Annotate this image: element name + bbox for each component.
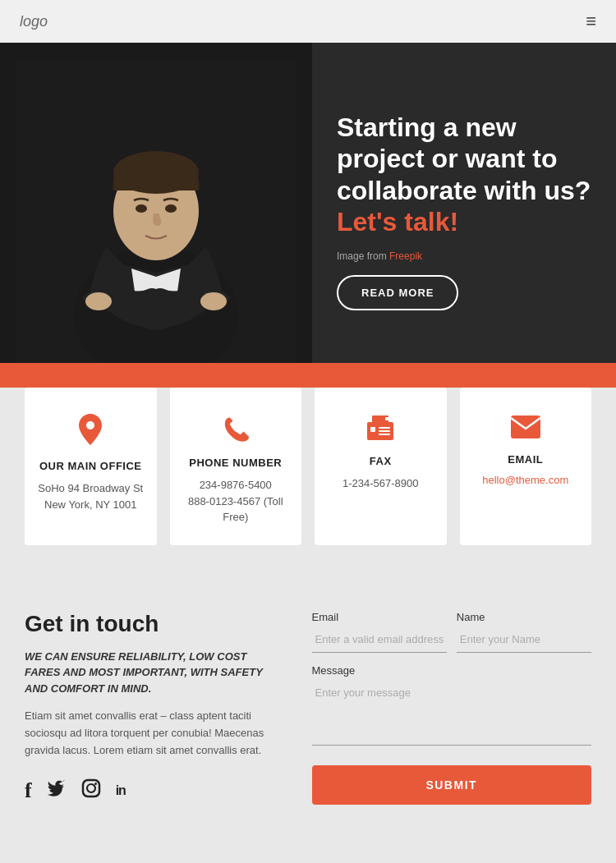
hero-title: Starting a new project or want to collab… [337,112,591,238]
card-email-link[interactable]: hello@theme.com [482,474,568,486]
contact-left: Get in touch WE CAN ENSURE RELIABILITY, … [25,611,279,805]
email-icon [509,412,542,445]
hero-person-svg [16,59,296,363]
hero-title-accent: Let's talk! [337,207,458,236]
phone-icon [220,412,251,448]
svg-rect-16 [511,415,540,438]
read-more-button[interactable]: READ MORE [337,275,458,310]
svg-point-18 [87,784,95,792]
hero-section: Starting a new project or want to collab… [0,43,616,363]
hero-image-area [0,43,312,363]
name-field-group: Name [457,611,591,653]
card-phone-title: PHONE NUMBER [189,457,282,469]
svg-point-19 [94,783,97,785]
svg-point-5 [136,204,147,213]
social-icons-row: f in [25,778,279,803]
svg-rect-12 [379,427,390,429]
name-input[interactable] [457,627,591,653]
svg-rect-14 [379,434,390,435]
message-label: Message [312,664,591,677]
submit-button[interactable]: SUBMIT [312,765,591,805]
card-phone-text: 234-9876-5400 888-0123-4567 (Toll Free) [183,477,289,526]
facebook-icon[interactable]: f [25,778,32,803]
svg-point-6 [165,204,177,213]
contact-inner: Get in touch WE CAN ENSURE RELIABILITY, … [25,611,591,805]
email-input[interactable] [312,627,447,653]
fax-icon [364,412,397,447]
message-textarea[interactable] [312,680,591,746]
card-office-title: OUR MAIN OFFICE [39,460,142,472]
cards-row: OUR MAIN OFFICE SoHo 94 Broadway St New … [25,388,591,545]
card-email: EMAIL hello@theme.com [460,388,592,545]
contact-body: Etiam sit amet convallis erat – class ap… [25,708,279,759]
bottom-spacer [0,854,616,864]
email-label: Email [312,611,447,623]
twitter-icon[interactable] [47,779,67,802]
svg-point-7 [85,292,112,310]
card-phone: PHONE NUMBER 234-9876-5400 888-0123-4567… [170,388,302,545]
svg-rect-13 [379,430,390,432]
hamburger-icon[interactable]: ≡ [586,11,596,32]
svg-rect-17 [83,780,99,796]
card-fax: FAX 1-234-567-8900 [315,388,447,545]
header: logo ≡ [0,0,616,43]
contact-tagline: WE CAN ENSURE RELIABILITY, LOW COST FARE… [25,649,279,697]
card-office-text: SoHo 94 Broadway St New York, NY 1001 [38,480,144,512]
contact-section: Get in touch WE CAN ENSURE RELIABILITY, … [0,578,616,854]
linkedin-icon[interactable]: in [116,783,126,798]
logo: logo [20,13,48,30]
instagram-icon[interactable] [81,778,101,803]
location-icon [76,412,105,452]
svg-rect-15 [385,417,390,420]
contact-right: Email Name Message SUBMIT [312,611,591,805]
card-office: OUR MAIN OFFICE SoHo 94 Broadway St New … [25,388,157,545]
hero-image-credit: Image from Freepik [337,250,591,262]
hero-content: Starting a new project or want to collab… [312,43,616,363]
freepik-link[interactable]: Freepik [389,250,422,262]
card-fax-text: 1-234-567-8900 [342,475,419,492]
contact-heading: Get in touch [25,611,279,637]
card-email-title: EMAIL [508,453,543,466]
svg-rect-11 [370,427,375,432]
email-field-group: Email [312,611,447,653]
name-label: Name [457,611,591,623]
card-fax-title: FAX [370,455,392,467]
cards-section: OUR MAIN OFFICE SoHo 94 Broadway St New … [0,388,616,578]
form-email-name-row: Email Name [312,611,591,653]
hero-title-text: Starting a new project or want to collab… [337,112,591,205]
message-field-group: Message [312,664,591,746]
svg-point-8 [200,292,227,310]
